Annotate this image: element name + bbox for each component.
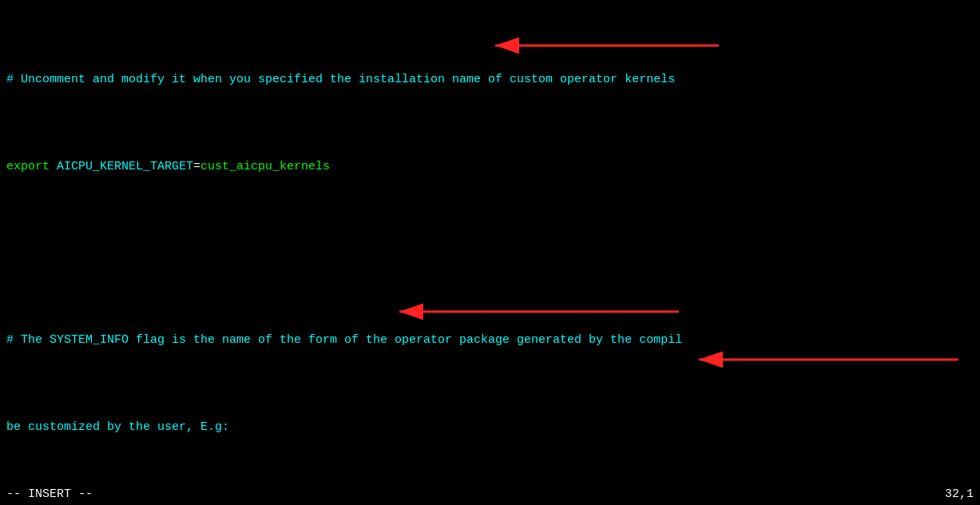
line-3	[0, 245, 980, 263]
editor-container: # Uncomment and modify it when you speci…	[0, 0, 980, 505]
var-aicpu-kernel-target: AICPU_KERNEL_TARGET	[57, 160, 193, 173]
line-4: # The SYSTEM_INFO flag is the name of th…	[0, 332, 980, 349]
equals-1: =	[193, 160, 200, 173]
status-mode: -- INSERT --	[6, 486, 93, 503]
status-position: 32,1	[945, 486, 974, 503]
line-2: export AICPU_KERNEL_TARGET=cust_aicpu_ke…	[0, 158, 980, 176]
line-1: # Uncomment and modify it when you speci…	[0, 71, 980, 89]
code-area: # Uncomment and modify it when you speci…	[0, 0, 980, 505]
status-bar: -- INSERT -- 32,1	[0, 484, 980, 505]
line-5: be customized by the user, E.g:	[0, 419, 980, 436]
val-cust-aicpu-kernels: cust_aicpu_kernels	[200, 160, 330, 173]
export-keyword-1: export	[6, 160, 50, 173]
